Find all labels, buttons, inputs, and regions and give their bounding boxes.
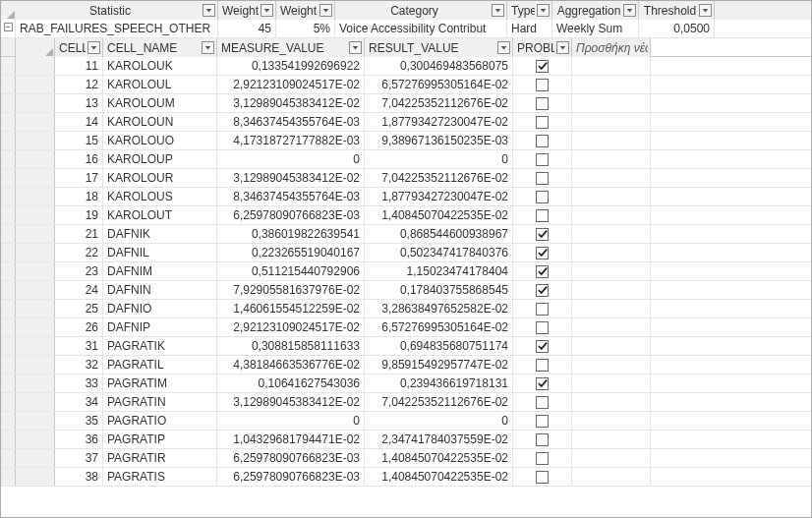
cell-measure[interactable]: 7,92905581637976E-02 [217,281,365,299]
cell-name[interactable]: DAFNIL [103,244,217,261]
checkbox-icon[interactable] [536,303,549,316]
cell-result[interactable]: 9,38967136150235E-03 [365,132,513,149]
cell-result[interactable]: 7,04225352112676E-02 [365,393,513,411]
cell-name[interactable]: KAROLOUK [103,57,217,75]
cell-measure[interactable]: 3,12989045383412E-02 [217,94,365,112]
cell-id[interactable]: 17 [55,169,103,187]
cell-problem[interactable] [513,468,572,486]
cell-problem[interactable] [513,318,572,336]
col-header-aggregation[interactable]: Aggregation [552,1,639,20]
row-selector[interactable] [16,337,55,355]
cell-result[interactable]: 1,40845070422535E-02 [365,468,513,486]
checkbox-icon[interactable] [536,97,549,110]
cell-name[interactable]: DAFNIP [103,318,217,336]
cell-name[interactable]: PAGRATIM [103,374,217,392]
inner-col-cellname[interactable]: CELL_NAME [103,38,217,57]
cell-id[interactable]: 11 [55,57,103,75]
cell-problem[interactable] [513,57,572,75]
row-selector[interactable] [16,431,55,448]
stat-cell-weight1[interactable]: 45 [218,20,276,37]
inner-col-addnew[interactable]: Προσθήκη νέο [572,38,651,57]
dropdown-icon[interactable] [349,41,362,54]
cell-problem[interactable] [513,169,572,187]
cell-measure[interactable]: 3,12989045383412E-02 [217,393,365,411]
cell-id[interactable]: 12 [55,76,103,93]
cell-problem[interactable] [513,94,572,112]
cell-measure[interactable]: 6,25978090766823E-03 [217,206,365,224]
row-selector[interactable] [16,412,55,430]
cell-result[interactable]: 2,34741784037559E-02 [365,431,513,448]
cell-result[interactable]: 0,694835680751174 [365,337,513,355]
cell-result[interactable]: 0 [365,412,513,430]
col-header-category[interactable]: Category [335,1,507,20]
cell-problem[interactable] [513,76,572,93]
cell-measure[interactable]: 0 [217,150,365,168]
row-selector[interactable] [16,449,55,467]
cell-problem[interactable] [513,431,572,448]
cell-measure[interactable]: 6,25978090766823E-03 [217,449,365,467]
cell-measure[interactable]: 8,34637454355764E-03 [217,188,365,205]
row-selector[interactable] [16,281,55,299]
cell-id[interactable]: 35 [55,412,103,430]
stat-cell-aggregation[interactable]: Weekly Sum [552,20,639,37]
checkbox-icon[interactable] [536,396,549,409]
cell-problem[interactable] [513,449,572,467]
stat-cell-type[interactable]: Hard [507,20,552,37]
cell-problem[interactable] [513,356,572,374]
cell-id[interactable]: 32 [55,356,103,374]
checkbox-icon[interactable] [536,228,549,241]
cell-measure[interactable]: 2,92123109024517E-02 [217,318,365,336]
checkbox-icon[interactable] [536,359,549,372]
cell-id[interactable]: 24 [55,281,103,299]
cell-name[interactable]: KAROLOUN [103,113,217,131]
cell-measure[interactable]: 4,17318727177882E-03 [217,132,365,149]
cell-measure[interactable]: 0 [217,412,365,430]
cell-measure[interactable]: 0,10641627543036 [217,374,365,392]
cell-id[interactable]: 21 [55,225,103,243]
checkbox-icon[interactable] [536,191,549,203]
cell-problem[interactable] [513,300,572,317]
cell-result[interactable]: 7,04225352112676E-02 [365,94,513,112]
dropdown-icon[interactable] [497,41,510,54]
checkbox-icon[interactable] [536,209,549,222]
checkbox-icon[interactable] [536,172,549,185]
cell-name[interactable]: KAROLOUM [103,94,217,112]
expand-cell[interactable]: − [1,20,16,37]
cell-measure[interactable]: 2,92123109024517E-02 [217,76,365,93]
cell-name[interactable]: PAGRATIN [103,393,217,411]
cell-id[interactable]: 33 [55,374,103,392]
stat-cell-threshold[interactable]: 0,0500 [639,20,715,37]
cell-result[interactable]: 1,40845070422535E-02 [365,449,513,467]
inner-select-all[interactable] [16,38,55,57]
cell-name[interactable]: DAFNIK [103,225,217,243]
checkbox-icon[interactable] [536,153,549,166]
stat-cell-statistic[interactable]: RAB_FAILURES_SPEECH_OTHER [16,20,218,37]
cell-id[interactable]: 25 [55,300,103,317]
cell-measure[interactable]: 6,25978090766823E-03 [217,468,365,486]
cell-measure[interactable]: 0,511215440792906 [217,262,365,280]
cell-measure[interactable]: 0,223265519040167 [217,244,365,261]
inner-col-cellid[interactable]: CELLI [55,38,103,57]
checkbox-icon[interactable] [536,60,549,73]
dropdown-icon[interactable] [699,4,712,17]
cell-id[interactable]: 18 [55,188,103,205]
dropdown-icon[interactable] [203,4,215,17]
cell-id[interactable]: 31 [55,337,103,355]
row-selector[interactable] [16,468,55,486]
cell-name[interactable]: KAROLOUO [103,132,217,149]
cell-measure[interactable]: 8,34637454355764E-03 [217,113,365,131]
dropdown-icon[interactable] [202,41,214,54]
cell-measure[interactable]: 3,12989045383412E-02 [217,169,365,187]
cell-result[interactable]: 9,85915492957747E-02 [365,356,513,374]
cell-id[interactable]: 26 [55,318,103,336]
cell-result[interactable]: 0,178403755868545 [365,281,513,299]
cell-name[interactable]: KAROLOUR [103,169,217,187]
row-selector[interactable] [16,244,55,261]
checkbox-icon[interactable] [536,247,549,259]
cell-measure[interactable]: 0,133541992696922 [217,57,365,75]
checkbox-icon[interactable] [536,79,549,91]
row-selector[interactable] [16,318,55,336]
checkbox-icon[interactable] [536,321,549,334]
row-selector[interactable] [16,206,55,224]
row-selector[interactable] [16,76,55,93]
